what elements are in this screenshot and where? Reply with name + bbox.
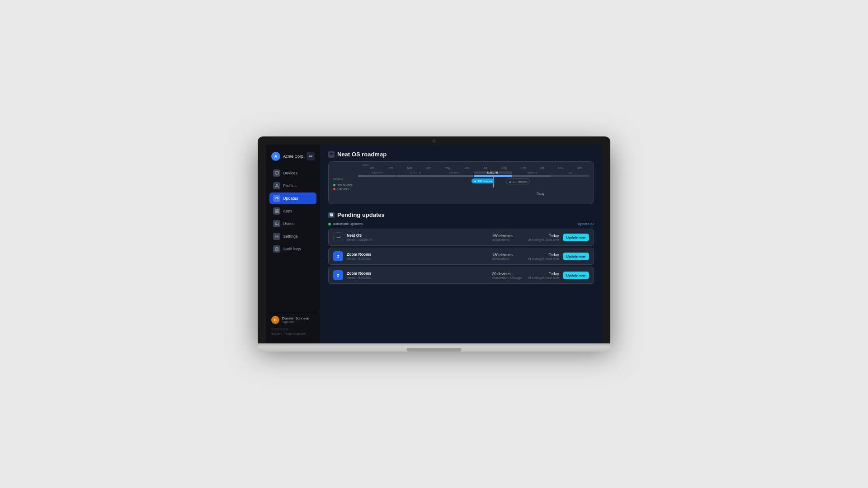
laptop-frame: A Acme Corp. xyxy=(258,136,610,352)
updates-label: Updates xyxy=(283,196,298,201)
support-link[interactable]: Support xyxy=(271,332,282,335)
sign-out-link[interactable]: Sign out xyxy=(282,320,309,324)
zoom-devices-2: 20 devices Amsterdam, Chicago xyxy=(492,272,524,279)
zoom-icon-1: Z xyxy=(333,251,343,261)
zoom-update-day-1: Today xyxy=(528,253,559,257)
app-container: A Acme Corp. xyxy=(266,145,602,343)
month-apr: Apr xyxy=(419,166,438,169)
neat-location: All locations xyxy=(492,238,524,241)
neat-os-icon: neat xyxy=(333,232,343,242)
neat-app-name: Neat OS xyxy=(347,233,489,238)
month-may: May xyxy=(438,166,457,169)
hamburger-icon xyxy=(309,155,312,158)
v-label-3: 8.19.0741 xyxy=(435,171,473,174)
sidebar-item-audit[interactable]: Audit logs xyxy=(269,243,316,255)
svg-point-9 xyxy=(276,236,278,237)
month-oct: Oct xyxy=(533,166,552,169)
users-label: Users xyxy=(283,221,294,226)
zoom-update-time-1: Today At midnight, local time xyxy=(528,253,559,260)
footer-links: Support Terms of service xyxy=(271,332,315,335)
apps-icon xyxy=(273,207,280,215)
laptop-base xyxy=(258,343,610,352)
neat-app-version: Version 20230404 xyxy=(347,238,489,241)
zoom-update-clock-2: At midnight, local time xyxy=(528,276,559,279)
v-label-1: 8.19.0741 xyxy=(358,171,396,174)
bar-seg-5 xyxy=(512,175,550,177)
roadmap-section: 🗺 Neat OS roadmap 2023 Jan Feb Mar xyxy=(328,151,594,204)
zoom-app-name-1: Zoom Rooms xyxy=(347,252,489,257)
badge-2: ▲ 270 devices xyxy=(506,178,530,184)
laptop-screen: A Acme Corp. xyxy=(266,145,602,343)
roadmap-track: 8.19.0741 8.19.0741 8.19.0741 8.20.0741 … xyxy=(358,171,589,197)
sidebar: A Acme Corp. xyxy=(266,145,320,343)
zoom-location-2: Amsterdam, Chicago xyxy=(492,276,524,279)
sidebar-item-settings[interactable]: Settings xyxy=(269,230,316,242)
update-item-3: Z Zoom Rooms Version 0.0.0.000 20 device… xyxy=(328,267,594,284)
update-item-2: Z Zoom Rooms Version 0.0.0.000 130 devic… xyxy=(328,248,594,265)
main-content: 🗺 Neat OS roadmap 2023 Jan Feb Mar xyxy=(320,145,602,343)
v-label-4-active: 8.20.0741 xyxy=(474,171,512,174)
sidebar-item-apps[interactable]: Apps xyxy=(269,205,316,217)
today-label-container: Today xyxy=(492,188,589,197)
v-label-6: TBD xyxy=(551,171,589,174)
bar-container: ▲ 396 devices ▲ 270 devices xyxy=(358,175,589,188)
pending-section: 🔄 Pending updates Automatic updates Upda… xyxy=(328,211,594,284)
sidebar-item-devices[interactable]: Devices xyxy=(269,167,316,179)
v-label-2: 8.19.0741 xyxy=(396,171,435,174)
zoom-device-count-2: 20 devices xyxy=(492,272,524,276)
month-aug: Aug xyxy=(495,166,514,169)
today-label: Today xyxy=(537,192,544,195)
neat-update-day: Today xyxy=(528,234,559,238)
auto-label: Automatic updates xyxy=(333,222,363,226)
svg-rect-6 xyxy=(275,211,276,212)
sidebar-item-updates[interactable]: Updates xyxy=(269,192,316,204)
neat-app-info: Neat OS Version 20230404 xyxy=(347,233,489,241)
user-details: Damien Johnson Sign out xyxy=(282,316,309,324)
neat-update-time: Today At midnight, local time xyxy=(528,234,559,241)
apps-label: Apps xyxy=(283,209,292,213)
zoom-update-button-2[interactable]: Update now xyxy=(563,272,590,279)
devices-icon xyxy=(273,169,280,177)
roadmap-icon: 🗺 xyxy=(328,151,335,158)
svg-rect-0 xyxy=(275,171,278,174)
roadmap-year: 2023 xyxy=(363,164,368,166)
laptop-notch xyxy=(432,139,436,143)
update-all-button[interactable]: Update all xyxy=(578,222,594,226)
version-labels: 8.19.0741 8.19.0741 8.19.0741 8.20.0741 … xyxy=(358,171,589,174)
users-icon xyxy=(273,220,280,227)
zoom-app-info-1: Zoom Rooms Version 0.0.0.000 xyxy=(347,252,489,260)
profiles-label: Profiles xyxy=(283,183,297,188)
neat-devices: 150 devices All locations xyxy=(492,234,524,241)
zoom-app-version-2: Version 0.0.0.000 xyxy=(347,276,489,279)
zoom-location-1: All locations xyxy=(492,257,524,260)
svg-rect-5 xyxy=(277,209,278,211)
roadmap-stable-row: Stable 985 devices 0 devices xyxy=(333,171,589,197)
terms-link[interactable]: Terms of service xyxy=(284,332,306,335)
month-jun: Jun xyxy=(457,166,476,169)
zoom-update-day-2: Today xyxy=(528,272,559,276)
months-row: Jan Feb Mar Apr May Jun Jul Aug Sep Oc xyxy=(363,166,589,169)
zoom-update-button-1[interactable]: Update now xyxy=(563,253,590,260)
devices-label: Devices xyxy=(283,171,297,175)
sidebar-item-profiles[interactable]: Profiles xyxy=(269,180,316,192)
month-sep: Sep xyxy=(514,166,533,169)
company-name: Acme Corp. xyxy=(283,154,305,159)
pending-icon: 🔄 xyxy=(328,212,335,218)
bar-seg-2 xyxy=(396,175,434,177)
roadmap-title: Neat OS roadmap xyxy=(337,151,387,158)
svg-rect-4 xyxy=(275,209,276,211)
sidebar-item-users[interactable]: Users xyxy=(269,218,316,230)
roadmap-stable-label: Stable 985 devices 0 devices xyxy=(333,177,358,191)
zoom-icon-2: Z xyxy=(333,270,343,280)
zoom-app-name-2: Zoom Rooms xyxy=(347,271,489,276)
month-nov: Nov xyxy=(552,166,571,169)
auto-updates-badge: Automatic updates xyxy=(328,222,363,226)
update-item-1: neat Neat OS Version 20230404 150 device… xyxy=(328,229,594,246)
menu-toggle-button[interactable] xyxy=(307,152,315,160)
neat-update-button[interactable]: Update now xyxy=(563,234,590,241)
screen-bezel: A Acme Corp. xyxy=(258,136,610,343)
audit-icon xyxy=(273,245,280,253)
auto-dot xyxy=(328,223,331,225)
neat-device-count: 150 devices xyxy=(492,234,524,238)
bar-seg-6 xyxy=(551,175,589,177)
